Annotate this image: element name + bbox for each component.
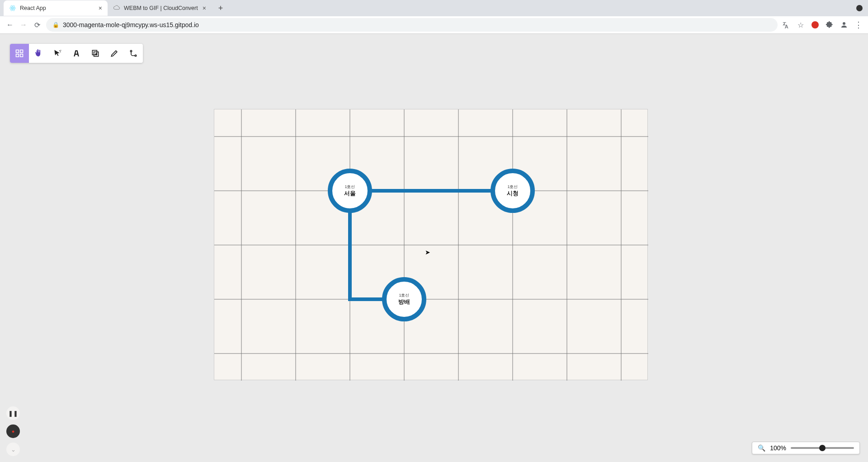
cursor-icon: ➤	[425, 249, 430, 256]
close-icon[interactable]: ×	[203, 5, 206, 12]
new-tab-button[interactable]: +	[214, 2, 227, 14]
translate-icon[interactable]	[782, 21, 790, 29]
node-line-label: 1호선	[399, 293, 409, 297]
zoom-thumb[interactable]	[819, 445, 826, 451]
svg-point-0	[12, 8, 14, 9]
node-name: 방배	[398, 298, 410, 305]
lock-icon: 🔒	[52, 22, 59, 28]
record-button[interactable]: ●	[6, 424, 20, 438]
node-line-label: 1호선	[507, 184, 518, 189]
svg-point-4	[843, 22, 845, 25]
bookmark-icon[interactable]: ☆	[797, 21, 805, 29]
node-line-label: 1호선	[344, 184, 355, 189]
node-name: 서울	[344, 190, 356, 197]
address-bar: ← → ⟳ 🔒 3000-magenta-mole-qj9mcypy.ws-us…	[0, 16, 868, 33]
svg-point-17	[135, 55, 136, 56]
tab-title: React App	[20, 5, 95, 11]
hand-tool[interactable]	[29, 44, 48, 63]
add-node-tool[interactable]	[86, 44, 105, 63]
svg-point-16	[130, 50, 132, 52]
url-text: 3000-magenta-mole-qj9mcypy.ws-us15.gitpo…	[63, 21, 199, 28]
grid-lines	[214, 109, 648, 381]
browser-menu-button[interactable]: ⋮	[854, 20, 863, 30]
node-seoul[interactable]: 1호선 서울	[330, 171, 370, 211]
svg-rect-8	[20, 54, 23, 57]
tab-title: WEBM to GIF | CloudConvert	[124, 5, 199, 11]
zoom-control: 🔍 100%	[752, 442, 860, 454]
extension-recording-icon[interactable]	[811, 21, 819, 29]
svg-rect-5	[16, 50, 19, 53]
canvas-svg: 1호선 서울 1호선 시청 1호선 방배	[214, 109, 648, 381]
pause-button[interactable]: ❚❚	[6, 406, 20, 420]
zoom-percent: 100%	[770, 444, 786, 452]
forward-button[interactable]: →	[19, 20, 28, 29]
zoom-icon: 🔍	[758, 444, 765, 452]
browser-tab-react-app[interactable]: React App ×	[4, 0, 108, 16]
node-sicheong[interactable]: 1호선 시청	[493, 171, 533, 211]
route-tool[interactable]	[124, 44, 143, 63]
extensions-icon[interactable]	[826, 21, 834, 29]
svg-point-11	[61, 50, 61, 51]
browser-chrome: React App × WEBM to GIF | CloudConvert ×…	[0, 0, 868, 34]
road-tool[interactable]	[67, 44, 86, 63]
node-name: 시청	[507, 190, 519, 197]
react-favicon	[9, 5, 16, 12]
select-tool[interactable]	[48, 44, 67, 63]
url-input[interactable]: 🔒 3000-magenta-mole-qj9mcypy.ws-us15.git…	[46, 18, 778, 32]
edit-tool[interactable]	[105, 44, 124, 63]
zoom-slider[interactable]	[791, 447, 854, 449]
app-viewport: 1호선 서울 1호선 시청 1호선 방배 ➤ 🔍 100% ❚❚ ● ⌄	[0, 34, 868, 462]
recording-controls: ❚❚ ● ⌄	[6, 406, 20, 456]
window-control-icon[interactable]	[856, 5, 863, 11]
svg-point-9	[59, 50, 60, 51]
back-button[interactable]: ←	[5, 20, 14, 29]
map-canvas[interactable]: 1호선 서울 1호선 시청 1호선 방배 ➤	[214, 109, 648, 380]
tab-bar: React App × WEBM to GIF | CloudConvert ×…	[0, 0, 868, 16]
editor-toolbar	[10, 44, 143, 63]
grid-tool[interactable]	[10, 44, 29, 63]
close-icon[interactable]: ×	[99, 5, 102, 12]
collapse-button[interactable]: ⌄	[6, 443, 20, 456]
profile-icon[interactable]	[840, 21, 848, 29]
svg-rect-6	[20, 50, 23, 53]
cloudconvert-favicon	[113, 5, 120, 12]
node-bangbae[interactable]: 1호선 방배	[384, 279, 424, 319]
reload-button[interactable]: ⟳	[33, 20, 42, 29]
svg-point-10	[60, 52, 61, 52]
svg-rect-7	[16, 54, 19, 57]
browser-tab-cloudconvert[interactable]: WEBM to GIF | CloudConvert ×	[108, 0, 212, 16]
